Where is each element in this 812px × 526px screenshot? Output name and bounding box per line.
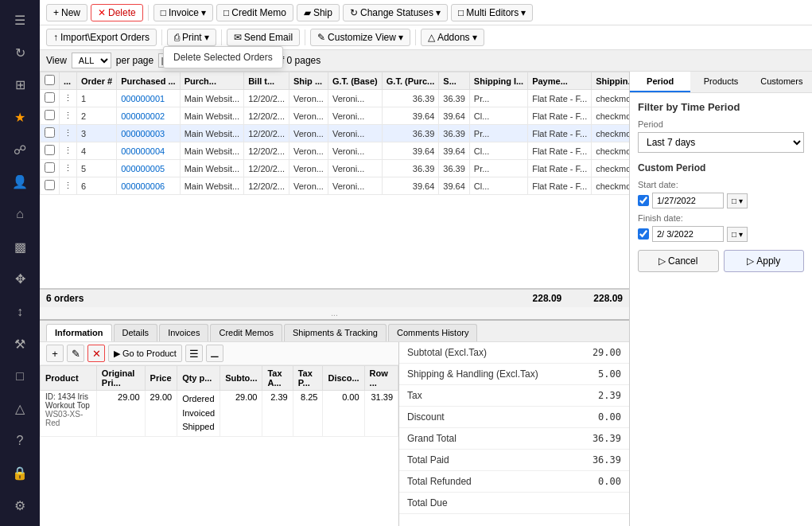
bottom-tab-credit-memos[interactable]: Credit Memos — [210, 324, 282, 341]
select-all-checkbox[interactable] — [45, 75, 55, 85]
new-label: New — [61, 7, 80, 18]
table-row[interactable]: ⋮ 3 000000003 Main Websit... 12/20/2... … — [41, 125, 630, 142]
table-row[interactable]: ⋮ 1 000000001 Main Websit... 12/20/2... … — [41, 90, 630, 107]
chart-icon[interactable]: ▩ — [6, 233, 34, 261]
product-col-header: Qty p... — [177, 366, 220, 391]
product-id: ID: 1434 Iris Workout Top — [45, 392, 91, 410]
start-date-calendar-button[interactable]: □ ▾ — [727, 193, 748, 208]
home-icon[interactable]: ⌂ — [6, 201, 34, 228]
row-drag: ⋮ — [60, 142, 77, 160]
table-row[interactable]: ⋮ 5 000000005 Main Websit... 12/20/2... … — [41, 160, 630, 177]
star-icon[interactable]: ★ — [6, 103, 34, 131]
row-checkbox[interactable] — [41, 177, 60, 195]
row-checkbox[interactable] — [41, 142, 60, 160]
row-gt-base: 39.64 — [382, 142, 439, 160]
row-s: Pr... — [469, 90, 527, 107]
columns-button[interactable]: ☰ — [185, 345, 203, 362]
row-purchased: Main Websit... — [180, 177, 244, 195]
menu-icon[interactable]: ☰ — [6, 6, 34, 34]
lock-icon[interactable]: 🔒 — [6, 460, 34, 488]
row-gt-purch: 36.39 — [439, 90, 470, 107]
multi-editors-button[interactable]: □ Multi Editors ▾ — [451, 4, 533, 21]
start-date-checkbox[interactable] — [638, 195, 649, 206]
delete-button[interactable]: ✕ Delete — [91, 4, 143, 21]
invoice-button[interactable]: □ Invoice ▾ — [153, 4, 213, 21]
view-select[interactable]: ALL — [72, 53, 111, 68]
finish-date-checkbox[interactable] — [638, 228, 649, 240]
row-checkbox[interactable] — [41, 107, 60, 125]
help-icon[interactable]: ? — [6, 427, 34, 455]
summary-row: Tax 2.39 — [399, 385, 629, 407]
arrow-icon[interactable]: ↕ — [6, 298, 34, 325]
delete-product-button[interactable]: ✕ — [87, 345, 105, 362]
table-row[interactable]: ⋮ 2 000000002 Main Websit... 12/20/2... … — [41, 107, 630, 125]
product-row-total: 31.39 — [364, 391, 398, 437]
credit-memo-button[interactable]: □ Credit Memo — [216, 4, 293, 21]
row-checkbox[interactable] — [41, 125, 60, 142]
customers-icon[interactable]: 👤 — [6, 168, 34, 196]
dashboard-icon[interactable]: ⊞ — [6, 71, 34, 99]
dropdown-text[interactable]: Delete Selected Orders — [173, 52, 273, 63]
book-icon[interactable]: □ — [6, 363, 34, 391]
print-label: Print — [182, 32, 202, 43]
bottom-tab-comments-history[interactable]: Comments History — [388, 324, 477, 341]
customize-arrow: ▾ — [398, 32, 403, 43]
goto-product-button[interactable]: ▶ Go to Product — [108, 345, 182, 362]
row-shipping: Flat Rate - F... — [528, 125, 592, 142]
resize-handle[interactable]: ... — [40, 307, 629, 319]
row-order[interactable]: 000000003 — [117, 125, 180, 142]
orders-count: 6 orders — [46, 293, 84, 304]
new-button[interactable]: + New — [46, 4, 87, 21]
cancel-filter-button[interactable]: ▷ Cancel — [638, 250, 719, 272]
bottom-tab-details[interactable]: Details — [114, 324, 158, 341]
change-statuses-button[interactable]: ↻ Change Statuses ▾ — [343, 4, 448, 21]
start-date-input[interactable] — [652, 193, 724, 208]
row-checkbox[interactable] — [41, 160, 60, 177]
row-shipping: Flat Rate - F... — [528, 160, 592, 177]
row-checkbox[interactable] — [41, 90, 60, 107]
right-tab-customers[interactable]: Customers — [752, 72, 812, 92]
right-tab-period[interactable]: Period — [630, 72, 690, 92]
gear-icon[interactable]: ⚙ — [6, 492, 34, 520]
bottom-tab-invoices[interactable]: Invoices — [159, 324, 208, 341]
orders-icon[interactable]: ☍ — [6, 136, 34, 164]
finish-date-calendar-button[interactable]: □ ▾ — [727, 227, 748, 242]
row-order[interactable]: 000000005 — [117, 160, 180, 177]
add-product-button[interactable]: + — [46, 345, 64, 362]
row-order[interactable]: 000000004 — [117, 142, 180, 160]
row-payment: checkmo — [592, 160, 629, 177]
apply-filter-button[interactable]: ▷ Apply — [724, 250, 805, 272]
print-button[interactable]: ⎙ Print ▾ — [167, 29, 216, 46]
bottom-tab-information[interactable]: Information — [46, 324, 112, 341]
bottom-tabs: InformationDetailsInvoicesCredit MemosSh… — [40, 321, 629, 342]
refresh-icon[interactable]: ↻ — [6, 39, 34, 67]
row-payment: checkmo — [592, 90, 629, 107]
summary-row: Grand Total 36.39 — [399, 428, 629, 450]
table-row[interactable]: ⋮ 4 000000004 Main Websit... 12/20/2... … — [41, 142, 630, 160]
row-order[interactable]: 000000002 — [117, 107, 180, 125]
right-tab-products[interactable]: Products — [690, 72, 751, 92]
send-email-button[interactable]: ✉ Send Email — [227, 29, 300, 46]
period-select[interactable]: Last 7 days — [638, 132, 804, 153]
drag-cols-button[interactable]: ⚊ — [206, 345, 223, 362]
addons-button[interactable]: △ Addons ▾ — [421, 29, 484, 46]
edit-product-button[interactable]: ✎ — [67, 345, 84, 362]
puzzle-icon[interactable]: ✥ — [6, 266, 34, 294]
orders-area: ... Order # Purchased ... Purch... Bill … — [40, 72, 629, 526]
summary-label: Discount — [407, 411, 445, 423]
summary-row: Total Paid 36.39 — [399, 450, 629, 471]
customize-view-button[interactable]: ✎ Customize View ▾ — [310, 29, 410, 46]
row-order[interactable]: 000000001 — [117, 90, 180, 107]
row-purchased: Main Websit... — [180, 107, 244, 125]
summary-row: Total Refunded 0.00 — [399, 471, 629, 493]
summary-row: Total Due — [399, 493, 629, 514]
finish-date-input[interactable] — [652, 226, 724, 242]
import-export-button[interactable]: ↑ Import\Export Orders — [46, 29, 157, 46]
row-payment: checkmo — [592, 125, 629, 142]
row-order[interactable]: 000000006 — [117, 177, 180, 195]
ship-button[interactable]: ▰ Ship — [297, 4, 340, 21]
table-row[interactable]: ⋮ 6 000000006 Main Websit... 12/20/2... … — [41, 177, 630, 195]
box-icon[interactable]: △ — [6, 395, 34, 423]
bottom-tab-shipments-&-tracking[interactable]: Shipments & Tracking — [284, 324, 387, 341]
wrench-icon[interactable]: ⚒ — [6, 330, 34, 358]
